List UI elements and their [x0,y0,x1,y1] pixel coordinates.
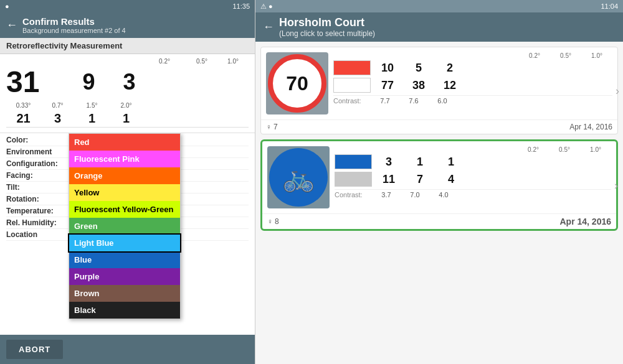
bot-val-4: 1 [109,111,143,126]
main-val-1: 31 [6,67,69,97]
c1-contrast-label: Contrast: [333,97,371,105]
right-time: 11:04 [601,2,618,10]
color-fluorescent-yellow-green[interactable]: Fluorescent Yellow-Green [69,201,180,218]
color-purple[interactable]: Purple [69,268,180,285]
color-fluorescent-pink[interactable]: Fluorescent Pink [69,151,180,167]
right-subtitle: (Long click to select multiple) [279,29,375,38]
signal-icon: ● [5,2,9,10]
pin-icon-1: ♀ [266,123,272,131]
color-brown[interactable]: Brown [69,285,180,302]
temperature-label: Temperature: [6,207,75,215]
left-time: 11:35 [232,2,250,10]
sign-card-1[interactable]: 70 0.2° 0.5° 1.0° 10 5 [260,47,618,134]
white-swatch-1 [333,78,371,93]
card-1-date: Apr 14, 2016 [569,123,612,131]
env-label: Environment [6,147,75,156]
left-panel: ● 11:35 ← Confirm Results Background mea… [0,0,255,364]
bottom-angle-headers: 0.33° 0.7° 1.5° 2.0° [6,101,249,110]
right-panel: ⚠ ● 11:04 ← Horsholm Court (Long click t… [255,0,623,364]
location-label: Location [6,230,75,239]
card-wrapper-1: 70 0.2° 0.5° 1.0° 10 5 [260,47,618,134]
c1-w-val3: 12 [435,79,464,92]
angle-10: 1.0° [217,58,249,65]
card-2-footer: ♀ 8 Apr 14, 2016 [262,213,616,229]
right-status-icons: ⚠ ● [260,2,273,11]
c2-g-val3: 4 [437,173,465,186]
blue-swatch [335,154,372,169]
right-back-button[interactable]: ← [263,21,274,34]
sign-bike-circle: 🚲 [269,148,328,207]
c2-b-val2: 1 [406,156,434,169]
color-blue[interactable]: Blue [69,251,180,268]
color-dropdown[interactable]: Red Fluorescent Pink Orange Yellow Fluor… [69,133,181,319]
section-header: Retroreflectivity Measurement [0,38,255,54]
left-header-text: Confirm Results Background measurement #… [22,16,126,34]
c1-r-val3: 2 [435,62,464,75]
card-2-contrast: Contrast: 3.7 7.0 4.0 [335,189,611,198]
c1-w-val2: 38 [404,79,433,92]
bot-val-1: 21 [6,111,40,126]
color-label: Color: [6,136,75,144]
sign-1-image: 70 [266,52,328,114]
color-green[interactable]: Green [69,218,180,235]
config-label: Configuration: [6,159,75,168]
card-1-angles: 0.2° 0.5° 1.0° [333,52,612,59]
card-1-data: 0.2° 0.5° 1.0° 10 5 2 [333,52,612,114]
c2-contrast-label: Contrast: [335,191,372,198]
c1-angle-05: 0.5° [550,52,581,59]
top-angle-headers: 0.2° 0.5° 1.0° [6,57,249,66]
rotation-label: Rotation: [6,195,75,203]
color-orange[interactable]: Orange [69,167,180,184]
main-values-row: 31 9 3 [6,66,249,98]
card-1-pin: ♀ 7 [266,123,278,131]
bot-val-3: 1 [75,111,109,126]
bottom-values-row: 21 3 1 1 [6,110,249,128]
card-2-date: Apr 14, 2016 [560,217,612,226]
right-header-text: Horsholm Court (Long click to select mul… [279,16,375,38]
c1-contrast-val1: 7.7 [371,97,399,105]
bicycle-icon: 🚲 [282,162,315,193]
card-1-top: 70 0.2° 0.5° 1.0° 10 5 [261,47,617,119]
c1-contrast-val3: 6.0 [428,97,457,105]
right-signal-icon: ● [269,2,273,10]
angle-07: 0.7° [40,102,75,109]
c2-contrast-val2: 7.0 [401,191,429,198]
card-2-grey-row: 11 7 4 [335,172,611,187]
c1-w-val1: 77 [373,79,402,92]
color-black[interactable]: Black [69,302,180,319]
c1-contrast-val2: 7.6 [399,97,428,105]
red-swatch [333,60,371,75]
c2-angle-02: 0.2° [518,146,549,153]
warning-icon: ⚠ [260,2,267,10]
sign-card-2[interactable]: 🚲 0.2° 0.5° 1.0° 3 [260,139,618,231]
c2-angle-10: 1.0° [580,146,611,153]
left-top-bar: ← Confirm Results Background measurement… [0,12,255,38]
main-val-2: 9 [69,71,109,93]
pin-icon-2: ♀ [267,217,273,226]
angle-033: 0.33° [6,102,40,109]
abort-button[interactable]: ABORT [6,340,63,359]
card-2-pin: ♀ 8 [267,217,279,226]
pin-number-2: 8 [275,217,279,226]
color-light-blue[interactable]: Light Blue [69,235,180,251]
chevron-right-1: › [616,84,619,97]
color-red[interactable]: Red [69,134,180,151]
measurements-table: 0.2° 0.5° 1.0° 31 9 3 0.33° 0.7° 1.5° 2.… [0,54,255,133]
color-yellow[interactable]: Yellow [69,184,180,201]
back-button[interactable]: ← [6,19,17,32]
sign-70-circle: 70 [268,54,326,113]
c2-b-val3: 1 [437,156,465,169]
card-1-contrast: Contrast: 7.7 7.6 6.0 [333,95,612,105]
bottom-bar: ABORT [0,335,255,364]
c2-contrast-val3: 4.0 [429,191,458,198]
right-top-bar: ← Horsholm Court (Long click to select m… [255,12,623,42]
c2-angle-05: 0.5° [549,146,580,153]
c2-b-val1: 3 [374,156,403,169]
c1-angle-10: 1.0° [581,52,612,59]
pin-number-1: 7 [273,123,278,131]
tilt-label: Tilt: [6,183,75,192]
facing-label: Facing: [6,171,75,180]
left-title: Confirm Results [22,16,126,27]
main-val-3: 3 [109,71,150,93]
info-section: Color: White Environment Configuration: … [0,133,255,364]
